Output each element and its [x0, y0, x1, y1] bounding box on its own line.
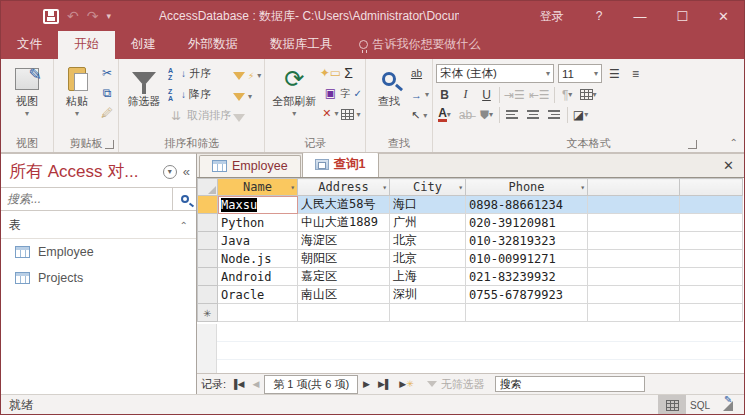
nav-search-input[interactable] — [1, 188, 172, 210]
bold-button[interactable]: B — [436, 86, 453, 103]
column-dropdown-icon[interactable]: ▾ — [382, 183, 387, 192]
nav-menu-icon[interactable]: ▾ — [163, 165, 177, 179]
row-selector[interactable] — [198, 250, 218, 268]
new-record-row[interactable]: ✳ — [198, 304, 743, 322]
selection-filter-icon[interactable]: ⚡▾ — [233, 67, 261, 84]
indent-increase-icon[interactable]: ⇥☰ — [504, 86, 525, 103]
cell[interactable]: 021-83239932 — [466, 268, 588, 286]
font-size-select[interactable]: 11▾ — [558, 64, 602, 83]
bullet-list-icon[interactable]: ☰ — [606, 65, 623, 82]
sort-descending-button[interactable]: ZA↓ 降序 — [168, 86, 231, 103]
cell-empty[interactable] — [588, 196, 680, 214]
sort-ascending-button[interactable]: AZ↓ 升序 — [168, 65, 231, 82]
column-dropdown-icon[interactable]: ▾ — [458, 183, 463, 192]
clipboard-dialog-launcher[interactable] — [105, 140, 114, 149]
cell[interactable]: 0898-88661234 — [466, 196, 588, 214]
nav-section-tables[interactable]: 表 ⌃ — [1, 211, 196, 239]
tab-create[interactable]: 创建 — [115, 31, 172, 59]
sign-in-button[interactable]: 登录 — [524, 1, 580, 31]
row-selector[interactable] — [198, 232, 218, 250]
tab-external-data[interactable]: 外部数据 — [172, 31, 254, 59]
cell[interactable]: Java — [218, 232, 298, 250]
cell-empty[interactable] — [680, 232, 743, 250]
save-record-icon[interactable]: ▣ — [322, 85, 338, 101]
sql-view-button[interactable]: SQL — [686, 395, 714, 415]
cell[interactable]: Node.js — [218, 250, 298, 268]
nav-item-employee[interactable]: Employee — [1, 239, 196, 265]
close-document-icon[interactable]: ✕ — [713, 158, 744, 177]
cell[interactable]: 上海 — [390, 268, 466, 286]
maximize-button[interactable]: ☐ — [661, 1, 703, 31]
spelling-icon[interactable]: 字✓ — [341, 85, 362, 102]
refresh-all-button[interactable]: ⟳ 全部刷新 ▾ — [268, 61, 320, 118]
cell[interactable]: 南山区 — [298, 286, 390, 304]
shutter-close-icon[interactable]: « — [183, 164, 190, 179]
find-button[interactable]: 查找 — [369, 61, 409, 109]
cell-empty[interactable] — [680, 268, 743, 286]
cell[interactable]: 010-32819323 — [466, 232, 588, 250]
underline-button[interactable]: U — [478, 86, 495, 103]
select-all-corner[interactable] — [198, 179, 218, 196]
paste-button[interactable]: 粘贴 ▾ — [57, 61, 97, 118]
format-painter-icon[interactable]: 🖉 — [99, 105, 115, 121]
cut-icon[interactable]: ✂ — [99, 65, 115, 81]
filter-status[interactable]: 无筛选器 — [427, 377, 485, 392]
fill-color-icon[interactable]: ⛊▾ — [478, 106, 495, 123]
replace-icon[interactable]: ab — [411, 65, 429, 82]
cell[interactable]: 海淀区 — [298, 232, 390, 250]
column-header-name[interactable]: Name▾ — [218, 179, 298, 196]
cell[interactable]: 广州 — [390, 214, 466, 232]
tab-home[interactable]: 开始 — [58, 31, 115, 59]
cell[interactable]: Android — [218, 268, 298, 286]
nav-search-button[interactable] — [172, 188, 196, 210]
cell[interactable]: Oracle — [218, 286, 298, 304]
cell[interactable]: 海口 — [390, 196, 466, 214]
row-selector[interactable] — [198, 214, 218, 232]
cell-empty[interactable] — [588, 286, 680, 304]
cell[interactable]: 人民大道58号 — [298, 196, 390, 214]
cell-empty[interactable] — [588, 214, 680, 232]
design-view-button[interactable] — [714, 395, 742, 415]
view-button[interactable]: 视图 ▾ — [4, 61, 50, 118]
new-blank-record-icon[interactable]: ▶✳ — [396, 379, 416, 389]
alt-row-color-button[interactable]: ◪▾ — [572, 106, 589, 123]
help-button[interactable]: ? — [580, 1, 619, 31]
more-records-button[interactable]: ▾ — [341, 106, 362, 123]
last-record-icon[interactable]: ▶▌ — [375, 379, 394, 389]
align-right-button[interactable] — [546, 106, 563, 123]
cell[interactable]: 朝阳区 — [298, 250, 390, 268]
column-dropdown-icon[interactable]: ▾ — [290, 183, 295, 192]
cell-empty[interactable] — [680, 196, 743, 214]
cell[interactable]: 北京 — [390, 250, 466, 268]
cell-empty[interactable] — [588, 250, 680, 268]
cell-empty[interactable] — [680, 214, 743, 232]
remove-sort-button[interactable]: ⇊ 取消排序 — [168, 107, 231, 124]
collapse-ribbon-icon[interactable]: ⌃ — [730, 137, 738, 148]
cell[interactable]: Python — [218, 214, 298, 232]
filter-button[interactable]: 筛选器 — [122, 61, 166, 109]
customize-qat-icon[interactable]: ▾ — [106, 11, 111, 21]
minimize-button[interactable]: — — [618, 1, 661, 31]
cell[interactable]: 中山大道1889 — [298, 214, 390, 232]
italic-button[interactable]: I — [457, 86, 474, 103]
font-name-select[interactable]: 宋体 (主体)▾ — [436, 64, 554, 83]
column-dropdown-icon[interactable]: ▾ — [580, 183, 585, 192]
next-record-icon[interactable]: ▶ — [360, 379, 373, 389]
nav-item-projects[interactable]: Projects — [1, 265, 196, 291]
cell-empty[interactable] — [680, 286, 743, 304]
new-record-icon[interactable]: ✦▭ — [322, 65, 338, 81]
cell-empty[interactable] — [588, 232, 680, 250]
column-header-city[interactable]: City▾ — [390, 179, 466, 196]
cell-empty[interactable] — [680, 250, 743, 268]
align-left-button[interactable] — [504, 106, 521, 123]
datasheet-view-button[interactable] — [658, 395, 686, 415]
row-selector[interactable] — [198, 196, 218, 214]
advanced-filter-icon[interactable]: ▾ — [233, 88, 261, 105]
gridlines-button[interactable]: ▾ — [580, 86, 597, 103]
redo-icon[interactable]: ↷ — [87, 8, 99, 24]
row-selector[interactable] — [198, 286, 218, 304]
indent-decrease-icon[interactable]: ⇤☰ — [529, 86, 550, 103]
cell[interactable]: 010-00991271 — [466, 250, 588, 268]
highlight-color-icon[interactable]: a̶b̶ — [457, 106, 474, 123]
text-direction-icon[interactable]: ¶▾ — [559, 86, 576, 103]
